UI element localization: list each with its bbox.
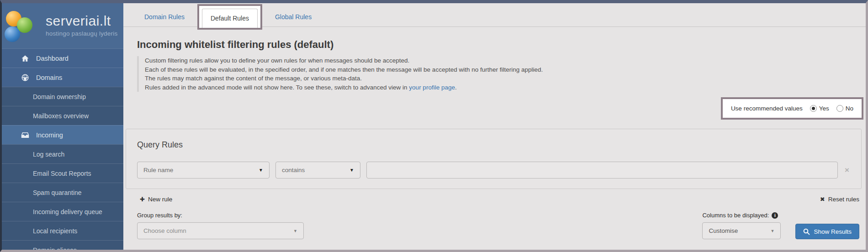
group-by-dropdown[interactable]: Choose column ▼ (137, 222, 304, 239)
description-line: Rules added in the advanced mode will no… (145, 83, 852, 92)
sidebar-item-label: Incoming delivery queue (33, 208, 102, 215)
caret-down-icon: ▼ (293, 229, 297, 233)
filter-row: Rule name ▼ contains ▼ × (137, 162, 850, 178)
customise-selected-value: Customise (709, 227, 738, 234)
radio-checked-icon[interactable] (810, 105, 817, 112)
sidebar-item-spam-quarantine[interactable]: Spam quarantine (2, 183, 123, 202)
x-icon: ✖ (820, 196, 825, 203)
sidebar-item-dashboard[interactable]: Dashboard (2, 48, 123, 68)
plus-icon: ✚ (140, 196, 145, 203)
sidebar-item-label: Incoming (36, 131, 63, 139)
columns-label: Columns to be displayed: (702, 212, 769, 219)
tab-domain-rules[interactable]: Domain Rules (137, 13, 192, 26)
home-icon (21, 54, 29, 63)
query-rules-panel: Query Rules Rule name ▼ contains ▼ × (126, 129, 862, 189)
sidebar-item-label: Local recipients (33, 227, 77, 235)
description-line: Custom filtering rules allow you to defi… (145, 56, 852, 65)
main-content: Domain Rules Default Rules Global Rules … (123, 3, 866, 250)
columns-block: Columns to be displayed: i Customise ▼ S… (702, 212, 859, 239)
tab-global-rules[interactable]: Global Rules (268, 13, 319, 26)
sidebar-item-log-search[interactable]: Log search (2, 144, 123, 163)
caret-down-icon: ▼ (259, 168, 263, 173)
radio-unchecked-icon[interactable] (836, 105, 843, 112)
group-by-label: Group results by: (137, 212, 304, 219)
search-icon (803, 228, 810, 235)
sidebar-item-incoming[interactable]: Incoming (2, 125, 123, 144)
sidebar-item-label: Domain aliases (33, 247, 77, 250)
sidebar-item-label: Mailboxes overview (33, 112, 89, 120)
sidebar-item-label: Domains (36, 74, 62, 81)
tab-default-rules[interactable]: Default Rules (202, 9, 258, 28)
caret-down-icon: ▼ (771, 229, 775, 233)
clear-filter-icon[interactable]: × (844, 166, 850, 175)
operator-dropdown[interactable]: contains ▼ (275, 162, 360, 178)
logo[interactable]: serveriai.lt hostingo paslaugų lyderis (2, 3, 123, 48)
page-description: Custom filtering rules allow you to defi… (137, 56, 852, 92)
caret-down-icon: ▼ (349, 168, 354, 173)
use-recommended-values-highlight-box: Use recommended values Yes No (721, 97, 863, 120)
sidebar-item-mailboxes-overview[interactable]: Mailboxes overview (2, 106, 123, 125)
group-by-placeholder: Choose column (143, 227, 186, 234)
recommended-no-radio[interactable]: No (836, 105, 853, 112)
page-title: Incoming whitelist filtering rules (defa… (137, 39, 866, 51)
show-results-button[interactable]: Show Results (795, 224, 859, 239)
sidebar-item-domain-ownership[interactable]: Domain ownership (2, 87, 123, 106)
sidebar-item-label: Domain ownership (33, 93, 86, 100)
columns-label-row: Columns to be displayed: i (702, 212, 781, 219)
brand-tagline: hostingo paslaugų lyderis (46, 30, 117, 37)
customise-columns-dropdown[interactable]: Customise ▼ (702, 222, 781, 239)
reset-rules-button[interactable]: ✖ Reset rules (820, 196, 859, 203)
rule-value-input[interactable] (366, 162, 838, 178)
tab-bar: Domain Rules Default Rules Global Rules (123, 4, 866, 27)
sidebar-item-domains[interactable]: Domains (2, 68, 123, 87)
sidebar-item-email-scout-reports[interactable]: Email Scout Reports (2, 163, 123, 183)
rules-actions-row: ✚ New rule ✖ Reset rules (140, 196, 859, 203)
sidebar: serveriai.lt hostingo paslaugų lyderis D… (2, 3, 123, 250)
sidebar-item-domain-aliases[interactable]: Domain aliases (2, 240, 123, 250)
rule-field-dropdown[interactable]: Rule name ▼ (137, 162, 270, 178)
logo-ball-blue-icon (5, 26, 20, 42)
new-rule-label: New rule (148, 196, 172, 203)
no-label: No (846, 105, 853, 112)
operator-selected-value: contains (282, 167, 305, 173)
sidebar-item-local-recipients[interactable]: Local recipients (2, 221, 123, 240)
show-results-label: Show Results (814, 228, 852, 235)
info-icon[interactable]: i (772, 212, 778, 219)
query-rules-title: Query Rules (137, 140, 850, 150)
yes-label: Yes (819, 105, 829, 112)
inbox-icon (21, 131, 29, 139)
profile-page-link[interactable]: your profile page (409, 84, 455, 91)
sidebar-item-label: Log search (33, 151, 64, 158)
sidebar-item-label: Dashboard (36, 55, 69, 62)
sidebar-item-label: Spam quarantine (33, 189, 82, 196)
app-window: serveriai.lt hostingo paslaugų lyderis D… (0, 0, 868, 252)
use-recommended-values-label: Use recommended values (731, 105, 803, 112)
sidebar-item-label: Email Scout Reports (33, 170, 91, 177)
rule-field-selected-value: Rule name (143, 167, 173, 173)
group-by-block: Group results by: Choose column ▼ (137, 212, 304, 239)
sidebar-item-incoming-delivery-queue[interactable]: Incoming delivery queue (2, 202, 123, 221)
reset-rules-label: Reset rules (828, 196, 859, 203)
globe-icon (21, 74, 29, 82)
brand-name: serveriai.lt (46, 13, 117, 29)
recommended-yes-radio[interactable]: Yes (810, 105, 829, 112)
new-rule-button[interactable]: ✚ New rule (140, 196, 172, 203)
description-line: Each of these rules will be evaluated, i… (145, 65, 852, 74)
description-line: The rules may match against the content … (145, 74, 852, 83)
results-options-row: Group results by: Choose column ▼ Column… (137, 212, 859, 239)
tab-default-rules-highlight-box: Default Rules (197, 4, 262, 30)
